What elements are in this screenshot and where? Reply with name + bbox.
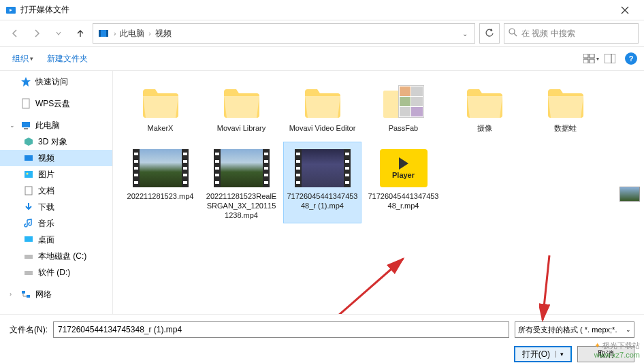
file-item-label: 摄像 bbox=[449, 123, 520, 133]
back-button[interactable] bbox=[5, 24, 25, 43]
organize-button[interactable]: 组织 ▾ bbox=[7, 50, 39, 67]
svg-rect-10 bbox=[605, 54, 615, 63]
video-thumbnail bbox=[295, 149, 351, 187]
breadcrumb-root[interactable]: 此电脑 bbox=[120, 28, 144, 40]
titlebar: 打开媒体文件 bbox=[0, 0, 644, 20]
svg-rect-22 bbox=[25, 255, 33, 259]
svg-marker-16 bbox=[25, 138, 33, 146]
filename-label: 文件名(N): bbox=[10, 324, 48, 336]
window-title: 打开媒体文件 bbox=[20, 4, 611, 16]
svg-rect-9 bbox=[590, 59, 594, 63]
star-icon bbox=[20, 76, 31, 87]
svg-rect-6 bbox=[583, 54, 588, 58]
file-item[interactable]: 数据蛙 bbox=[526, 78, 605, 136]
address-bar[interactable]: › 此电脑 › 视频 ⌄ bbox=[93, 23, 475, 44]
breadcrumb-folder[interactable]: 视频 bbox=[155, 28, 172, 40]
sidebar-desktop[interactable]: 桌面 bbox=[0, 232, 112, 248]
file-item[interactable]: Movavi Video Editor bbox=[283, 78, 361, 136]
svg-rect-3 bbox=[99, 30, 101, 37]
sidebar-drive-d[interactable]: 软件 (D:) bbox=[0, 264, 112, 281]
close-button[interactable] bbox=[611, 1, 639, 20]
svg-rect-18 bbox=[25, 171, 33, 178]
sidebar-documents[interactable]: 文档 bbox=[0, 183, 112, 199]
preview-pane-button[interactable] bbox=[602, 50, 618, 67]
sidebar-network[interactable]: › 网络 bbox=[0, 286, 112, 302]
svg-rect-13 bbox=[22, 99, 29, 108]
split-dropdown-icon[interactable]: ▾ bbox=[556, 351, 564, 358]
drive-icon bbox=[23, 251, 34, 262]
svg-marker-12 bbox=[21, 77, 31, 86]
address-dropdown[interactable]: ⌄ bbox=[460, 30, 470, 37]
file-item-label: 202211281523RealESRGAN_3X_1201151238.mp4 bbox=[206, 191, 277, 220]
svg-rect-8 bbox=[583, 59, 588, 63]
drive-icon bbox=[23, 267, 34, 278]
file-item-label: 数据蛙 bbox=[530, 123, 601, 133]
file-item-label: Movavi Video Editor bbox=[287, 123, 358, 133]
file-item-label: 7172604544134745348_r.mp4 bbox=[368, 191, 439, 210]
sidebar-pictures[interactable]: 图片 bbox=[0, 166, 112, 183]
videos-location-icon bbox=[97, 27, 110, 40]
folder-icon bbox=[464, 85, 505, 119]
file-item-label: 202211281523.mp4 bbox=[125, 191, 196, 201]
svg-point-5 bbox=[509, 29, 515, 34]
up-button[interactable] bbox=[71, 24, 90, 43]
refresh-button[interactable] bbox=[479, 23, 500, 44]
svg-rect-25 bbox=[27, 295, 30, 298]
search-input[interactable]: 在 视频 中搜索 bbox=[504, 23, 639, 44]
sidebar-videos[interactable]: 视频 bbox=[0, 150, 112, 166]
sidebar-downloads[interactable]: 下载 bbox=[0, 199, 112, 215]
help-button[interactable]: ? bbox=[625, 52, 637, 65]
picture-icon bbox=[23, 169, 34, 180]
svg-rect-20 bbox=[25, 187, 32, 195]
search-icon bbox=[509, 28, 517, 39]
app-icon bbox=[5, 5, 16, 16]
annotation-arrow bbox=[315, 252, 417, 314]
forward-button[interactable] bbox=[27, 24, 46, 43]
svg-rect-14 bbox=[22, 122, 30, 127]
file-item[interactable]: 摄像 bbox=[445, 78, 524, 136]
navbar: › 此电脑 › 视频 ⌄ 在 视频 中搜索 bbox=[0, 20, 644, 46]
computer-icon bbox=[20, 120, 31, 131]
video-thumbnail bbox=[133, 149, 189, 187]
sidebar-quick-access[interactable]: 快速访问 bbox=[0, 74, 112, 90]
svg-rect-7 bbox=[590, 54, 594, 58]
file-item[interactable]: MakerX bbox=[121, 78, 199, 136]
footer: 文件名(N): 所有受支持的格式 ( *. mepx;*. ⌄ 打开(O) ▾ … bbox=[0, 314, 644, 363]
sidebar: 快速访问 WPS云盘 ⌄ 此电脑 3D 对象 视频 图片 文档 bbox=[0, 71, 113, 314]
svg-rect-23 bbox=[25, 271, 33, 275]
document-icon bbox=[23, 185, 34, 196]
new-folder-button[interactable]: 新建文件夹 bbox=[42, 50, 93, 67]
toolbar: 组织 ▾ 新建文件夹 ▾ ? bbox=[0, 46, 644, 71]
folder-icon bbox=[140, 85, 181, 119]
sidebar-this-pc[interactable]: ⌄ 此电脑 bbox=[0, 117, 112, 133]
svg-rect-21 bbox=[25, 236, 33, 242]
folder-icon bbox=[302, 85, 343, 119]
folder-icon bbox=[221, 85, 262, 119]
file-item-label: MakerX bbox=[125, 123, 196, 133]
video-thumbnail bbox=[214, 149, 270, 187]
open-button[interactable]: 打开(O) ▾ bbox=[514, 346, 572, 362]
file-item[interactable]: 202211281523RealESRGAN_3X_1201151238.mp4 bbox=[202, 142, 280, 223]
sidebar-music[interactable]: 音乐 bbox=[0, 215, 112, 232]
file-item-label: PassFab bbox=[368, 123, 439, 133]
file-item[interactable]: PassFab bbox=[364, 78, 442, 136]
recent-dropdown[interactable] bbox=[49, 24, 68, 43]
file-item[interactable]: 7172604544134745348_r (1).mp4 bbox=[283, 142, 361, 223]
svg-rect-4 bbox=[106, 30, 108, 37]
svg-point-19 bbox=[27, 173, 29, 175]
sidebar-drive-c[interactable]: 本地磁盘 (C:) bbox=[0, 248, 112, 264]
file-item[interactable]: Player 7172604544134745348_r.mp4 bbox=[364, 142, 442, 223]
file-item-label: Movavi Library bbox=[206, 123, 277, 133]
chevron-right-icon: › bbox=[114, 30, 116, 37]
svg-rect-15 bbox=[24, 128, 28, 129]
file-item[interactable]: 202211281523.mp4 bbox=[121, 142, 199, 223]
file-list[interactable]: MakerX Movavi Library Movavi Video Edito… bbox=[113, 71, 644, 314]
preview-thumbnail bbox=[619, 187, 640, 202]
folder-icon bbox=[545, 85, 586, 119]
sidebar-3d-objects[interactable]: 3D 对象 bbox=[0, 133, 112, 150]
filename-input[interactable] bbox=[53, 321, 509, 338]
sidebar-wps-cloud[interactable]: WPS云盘 bbox=[0, 95, 112, 112]
view-mode-button[interactable]: ▾ bbox=[583, 50, 599, 67]
file-item[interactable]: Movavi Library bbox=[202, 78, 280, 136]
file-type-filter[interactable]: 所有受支持的格式 ( *. mepx;*. ⌄ bbox=[515, 321, 634, 338]
